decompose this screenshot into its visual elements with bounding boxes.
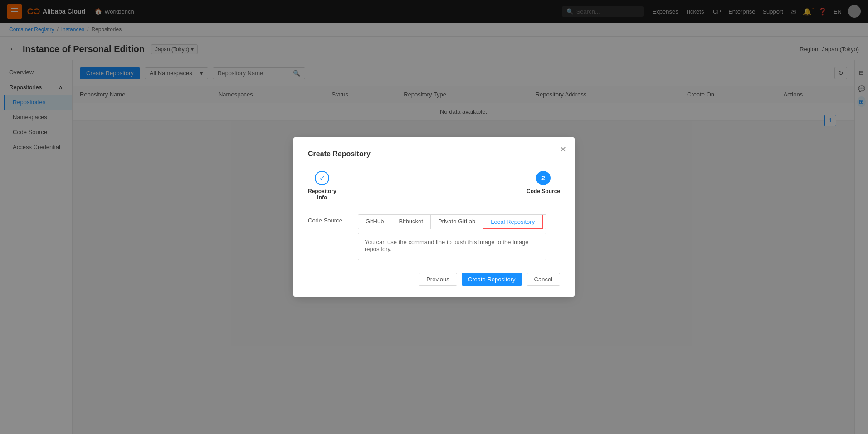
steps-indicator: ✓ RepositoryInfo 2 Code Source (308, 171, 560, 201)
step-1: ✓ RepositoryInfo (308, 171, 336, 201)
create-repository-modal: Create Repository ✕ ✓ RepositoryInfo 2 C… (293, 137, 575, 297)
tab-private-gitlab[interactable]: Private GitLab (431, 215, 483, 229)
code-source-row: Code Source GitHub Bitbucket Private Git… (308, 214, 560, 260)
code-source-description: You can use the command line to push thi… (358, 233, 546, 260)
modal-footer: Previous Create Repository Cancel (308, 273, 560, 286)
tab-github[interactable]: GitHub (358, 215, 391, 229)
cancel-button[interactable]: Cancel (527, 273, 560, 286)
code-source-tabs: GitHub Bitbucket Private GitLab Local Re… (358, 214, 546, 229)
tab-bitbucket[interactable]: Bitbucket (391, 215, 430, 229)
step-2-circle: 2 (536, 171, 551, 185)
tab-local-repository[interactable]: Local Repository (483, 214, 543, 229)
modal-title: Create Repository (308, 150, 560, 158)
create-repository-submit-button[interactable]: Create Repository (462, 273, 522, 286)
previous-button[interactable]: Previous (419, 273, 457, 286)
step-2-label: Code Source (527, 188, 560, 194)
modal-overlay: Create Repository ✕ ✓ RepositoryInfo 2 C… (0, 0, 868, 434)
step-1-label: RepositoryInfo (308, 188, 336, 201)
code-source-options: GitHub Bitbucket Private GitLab Local Re… (358, 214, 546, 260)
modal-close-button[interactable]: ✕ (560, 145, 566, 154)
code-source-label: Code Source (308, 214, 358, 224)
step-line (336, 178, 527, 178)
step-1-circle: ✓ (315, 171, 329, 185)
step-2: 2 Code Source (527, 171, 560, 194)
